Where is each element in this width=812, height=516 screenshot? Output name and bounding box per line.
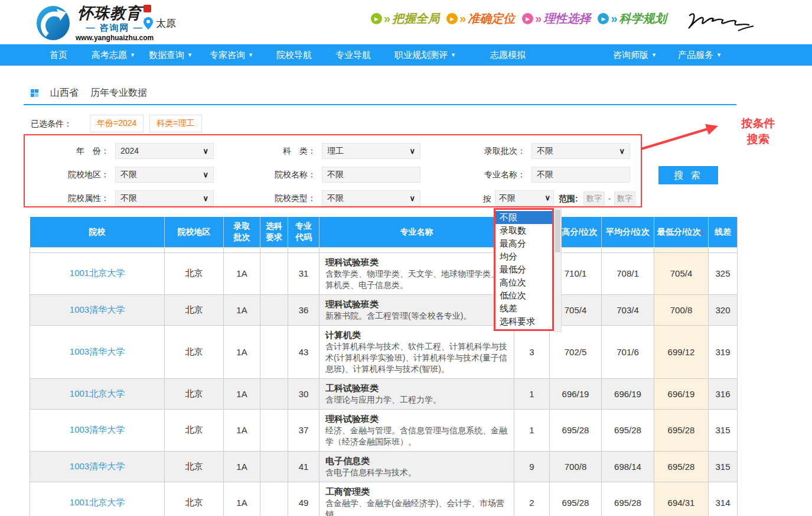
slogan-item: ▶ » 准确定位 (446, 11, 515, 27)
col-low[interactable]: 最低分/位次↓ (654, 217, 709, 247)
range-max-input[interactable]: 数字 (614, 192, 635, 206)
admission-data-table: 院校 院校地区 录取 批次 选科 要求 专业 代码 专业名称 录取数 最高分/位… (30, 217, 738, 516)
dropdown-scrollbar-thumb[interactable] (555, 210, 560, 252)
col-major[interactable]: 专业名称 (319, 217, 514, 247)
annotation-arrow (639, 118, 722, 154)
range-dash: - (608, 192, 611, 206)
dropdown-scrollbar[interactable] (554, 208, 562, 332)
range-min-input[interactable]: 数字 (583, 192, 605, 206)
location-selector[interactable]: 太原 (144, 17, 176, 30)
col-avg[interactable]: 平均分/位次 (602, 217, 654, 247)
nav-career-test[interactable]: 职业规划测评▼ (394, 44, 456, 66)
major-title: 理科试验班类 (325, 257, 508, 268)
brand-seal-icon (144, 5, 151, 12)
nav-expert-consult[interactable]: 专家咨询▼ (210, 44, 253, 66)
major-desc: 经济、金融与管理。含信息管理与信息系统、金融学（经济金融国际班）。 (325, 425, 508, 447)
brand-url: www.yanghuaizhu.com (76, 34, 154, 42)
logo-globe-icon (35, 4, 71, 41)
nav-home[interactable]: 首页 (50, 44, 67, 66)
nav-product-service[interactable]: 产品服务▼ (678, 44, 722, 66)
major-desc: 含计算机科学与技术、软件工程、计算机科学与技术(计算机科学实验班)、计算机科学与… (325, 341, 508, 375)
school-type-select[interactable]: 不限∨ (322, 190, 420, 206)
brand-name: 怀珠教育 (78, 3, 142, 24)
chevron-down-icon: ▼ (651, 44, 657, 66)
filter-tag-category[interactable]: 科类=理工 (149, 115, 201, 132)
school-link[interactable]: 1003清华大学 (70, 424, 125, 434)
site-logo[interactable]: 怀珠教育 — 咨询网 — www.yanghuaizhu.com (35, 3, 154, 42)
school-link[interactable]: 1003清华大学 (70, 304, 125, 314)
select-chevron-icon: ∨ (203, 144, 208, 158)
slogan-item: ▶ » 科学规划 (598, 11, 666, 27)
major-desc: 新雅书院。含工程管理(等全校各专业)。 (325, 310, 508, 322)
col-region[interactable]: 院校地区 (165, 217, 224, 247)
table-spacer-row (30, 247, 738, 252)
chevron-down-icon: ▼ (451, 44, 456, 66)
col-batch[interactable]: 录取 批次 (224, 217, 260, 247)
dropdown-option[interactable]: 最高分 (495, 237, 552, 250)
double-arrow-icon: » (384, 12, 390, 25)
dropdown-option[interactable]: 低位次 (495, 289, 552, 302)
chevron-down-icon: ▼ (187, 44, 193, 66)
nav-consultant-version[interactable]: 咨询师版▼ (613, 44, 657, 66)
sort-by-select[interactable]: 不限∨ (495, 190, 554, 206)
table-header-row: 院校 院校地区 录取 批次 选科 要求 专业 代码 专业名称 录取数 最高分/位… (30, 217, 738, 247)
major-desc: 含电子信息科学与技术。 (325, 467, 508, 478)
dropdown-option[interactable]: 不限 (495, 211, 552, 224)
col-diff[interactable]: 线差 (709, 217, 738, 247)
attribute-select[interactable]: 不限∨ (115, 190, 214, 206)
category-select[interactable]: 理工∨ (322, 143, 420, 159)
major-title: 工商管理类 (325, 486, 508, 498)
region-label: 院校地区： (44, 167, 109, 183)
breadcrumb-province[interactable]: 山西省 (50, 87, 79, 99)
school-link[interactable]: 1001北京大学 (70, 388, 125, 398)
chevron-down-icon: ▼ (130, 44, 135, 66)
region-select[interactable]: 不限∨ (115, 167, 214, 183)
attribute-label: 院校属性： (44, 190, 109, 206)
nav-data-query[interactable]: 数据查询▼ (149, 44, 193, 66)
school-link[interactable]: 1001北京大学 (70, 268, 125, 278)
school-name-input[interactable]: 不限 (322, 167, 420, 183)
major-name-input[interactable]: 不限 (531, 167, 630, 183)
brand-subtitle: — 咨询网 — (86, 22, 143, 34)
category-label: 科 类： (251, 143, 316, 159)
major-title: 理科试验班类 (325, 298, 508, 310)
chevron-down-icon: ▼ (716, 44, 722, 66)
double-arrow-icon: » (611, 12, 617, 25)
major-title: 电子信息类 (325, 455, 508, 467)
search-button[interactable]: 搜 索 (658, 166, 718, 184)
sort-desc-icon[interactable]: ↓ (701, 227, 705, 236)
nav-gaokao-wish[interactable]: 高考志愿▼ (92, 44, 135, 66)
dropdown-option[interactable]: 选科要求 (495, 315, 552, 328)
select-chevron-icon: ∨ (409, 144, 415, 158)
col-subject-req[interactable]: 选科 要求 (260, 217, 288, 247)
sort-by-dropdown-list: 不限 录取数 最高分 均分 最低分 高位次 低位次 线差 选科要求 (494, 208, 554, 331)
batch-select[interactable]: 不限∨ (531, 143, 630, 159)
dropdown-option[interactable]: 最低分 (495, 263, 552, 276)
school-link[interactable]: 1001北京大学 (70, 497, 125, 507)
divider (24, 104, 736, 105)
col-code[interactable]: 专业 代码 (288, 217, 319, 247)
major-desc: 含数学类、物理学类、天文学、地球物理学类、计算机类、电子信息类。 (325, 268, 508, 291)
school-link[interactable]: 1003清华大学 (70, 461, 125, 471)
sort-by-label: 按 (483, 191, 491, 206)
dropdown-option[interactable]: 录取数 (495, 224, 552, 237)
filter-tag-year[interactable]: 年份=2024 (90, 115, 144, 132)
selected-filters-label: 已选条件： (31, 115, 72, 132)
grid-icon (31, 89, 38, 97)
dropdown-option[interactable]: 线差 (495, 302, 552, 315)
nav-wish-simulation[interactable]: 志愿模拟 (490, 44, 526, 66)
table-row: 1003清华大学 北京 1A 37 理科试验班类经济、金融与管理。含信息管理与信… (30, 409, 738, 451)
nav-school-navigation[interactable]: 院校导航 (276, 44, 312, 66)
play-circle-icon: ▶ (446, 13, 458, 24)
dropdown-option[interactable]: 高位次 (495, 276, 552, 289)
location-pin-icon (144, 17, 153, 30)
double-arrow-icon: » (459, 12, 466, 25)
col-school[interactable]: 院校 (30, 217, 165, 247)
nav-major-navigation[interactable]: 专业导航 (335, 44, 371, 66)
school-link[interactable]: 1003清华大学 (70, 346, 125, 356)
dropdown-option[interactable]: 均分 (495, 250, 552, 263)
chevron-down-icon: ▼ (248, 44, 253, 66)
selected-filters: 已选条件： 年份=2024 科类=理工 (31, 115, 208, 132)
major-title: 工科试验班类 (325, 382, 508, 394)
year-select[interactable]: 2024∨ (115, 143, 214, 159)
